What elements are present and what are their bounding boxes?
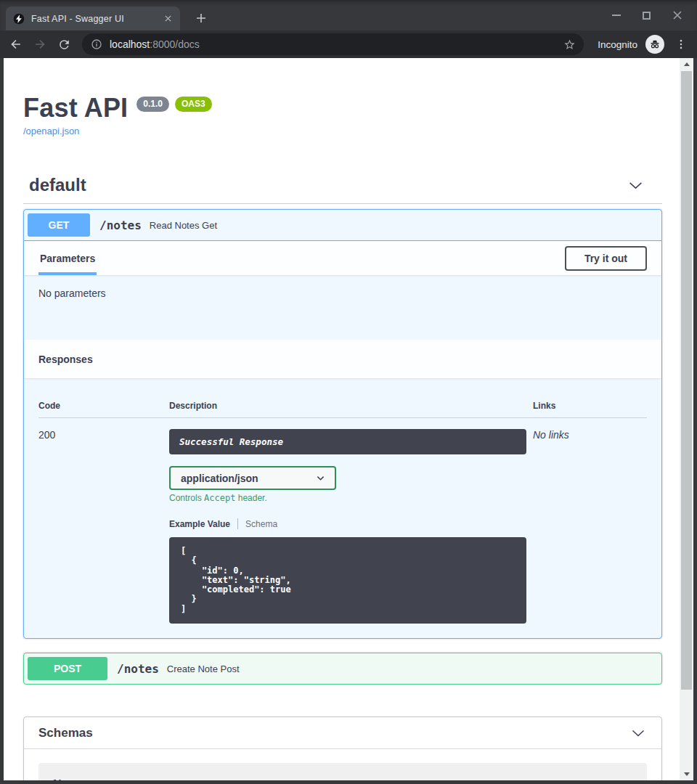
site-info-icon[interactable] — [91, 38, 102, 50]
api-title-row: Fast API 0.1.0 OAS3 — [23, 93, 662, 123]
browser-window: Fast API - Swagger UI — [0, 0, 697, 784]
incognito-label: Incognito — [598, 39, 637, 50]
post-method-badge: POST — [28, 657, 107, 680]
responses-body: Code Description Links 200 Successful Re… — [24, 378, 661, 638]
oas3-badge: OAS3 — [175, 97, 212, 112]
responses-header: Responses — [24, 340, 661, 378]
opblock-summary[interactable]: POST /notes Create Note Post — [24, 653, 661, 684]
column-header-code: Code — [38, 401, 169, 418]
example-json-code: [ { "id": 0, "text": "string", "complete… — [169, 537, 526, 624]
browser-toolbar: localhost:8000/docs Incognito — [0, 30, 697, 58]
column-header-description: Description — [169, 401, 533, 418]
endpoint-path: /notes — [99, 219, 142, 232]
back-icon[interactable] — [6, 34, 26, 54]
column-header-links: Links — [533, 401, 647, 418]
model-name: Note — [53, 778, 79, 780]
page-content: Fast API 0.1.0 OAS3 /openapi.json defaul… — [4, 58, 680, 780]
fastapi-favicon-icon — [13, 13, 25, 25]
incognito-icon — [645, 35, 664, 54]
opblock-post-notes: POST /notes Create Note Post — [23, 653, 662, 685]
schemas-title: Schemas — [38, 726, 93, 740]
parameters-header: Parameters Try it out — [24, 241, 661, 275]
schemas-body: Note — [24, 749, 661, 780]
tab-example-value[interactable]: Example Value — [169, 519, 230, 529]
response-description: Successful Response — [169, 429, 526, 454]
controls-accept-note: Controls Accept header. — [169, 493, 533, 503]
tab-title: Fast API - Swagger UI — [31, 14, 155, 24]
endpoint-summary: Read Notes Get — [150, 220, 217, 231]
responses-table: Code Description Links 200 Successful Re… — [38, 401, 647, 624]
maximize-icon[interactable] — [643, 12, 651, 20]
media-type-value: application/json — [181, 473, 258, 484]
tab-close-icon[interactable] — [161, 12, 174, 25]
chevron-down-icon — [315, 473, 326, 483]
new-tab-button[interactable] — [192, 9, 211, 28]
tab-separator — [237, 518, 238, 529]
browser-tab-bar: Fast API - Swagger UI — [0, 0, 697, 30]
model-container-note[interactable]: Note — [38, 763, 647, 780]
schemas-section: Schemas Note — [23, 716, 662, 780]
page-scrollbar[interactable] — [680, 58, 693, 780]
endpoint-summary: Create Note Post — [167, 663, 240, 674]
response-status-code: 200 — [38, 418, 169, 624]
minimize-icon[interactable] — [612, 15, 621, 16]
scroll-up-icon[interactable] — [680, 58, 693, 70]
get-method-badge: GET — [28, 213, 90, 237]
bookmark-star-icon[interactable] — [563, 38, 576, 51]
schemas-header[interactable]: Schemas — [24, 717, 661, 749]
browser-tab[interactable]: Fast API - Swagger UI — [6, 7, 180, 30]
forward-icon[interactable] — [30, 34, 50, 54]
response-description-cell: Successful Response application/json Con… — [169, 418, 533, 624]
close-icon[interactable] — [672, 10, 682, 20]
no-parameters-text: No parameters — [24, 275, 661, 340]
swagger-ui: Fast API 0.1.0 OAS3 /openapi.json defaul… — [4, 58, 680, 780]
example-schema-tabs: Example Value Schema — [169, 518, 533, 529]
openapi-spec-link[interactable]: /openapi.json — [23, 126, 79, 136]
opblock-get-notes: GET /notes Read Notes Get Parameters Try… — [23, 209, 662, 639]
reload-icon[interactable] — [54, 34, 74, 54]
url-text: localhost:8000/docs — [110, 38, 200, 50]
window-controls — [598, 0, 697, 30]
responses-title: Responses — [38, 354, 93, 365]
api-badges: 0.1.0 OAS3 — [136, 97, 211, 112]
try-it-out-button[interactable]: Try it out — [565, 246, 647, 271]
tab-schema[interactable]: Schema — [245, 519, 277, 529]
page-title: Fast API — [23, 93, 128, 123]
scrollbar-thumb[interactable] — [681, 71, 692, 690]
tag-title: default — [29, 175, 86, 195]
version-badge: 0.1.0 — [136, 97, 169, 112]
media-type-select[interactable]: application/json — [169, 466, 336, 490]
chevron-down-icon — [631, 726, 645, 740]
response-links: No links — [533, 418, 647, 624]
opblock-summary[interactable]: GET /notes Read Notes Get — [24, 210, 661, 241]
tag-section-header[interactable]: default — [23, 175, 662, 204]
menu-kebab-icon[interactable] — [671, 34, 691, 54]
chevron-down-icon — [628, 178, 643, 193]
tab-parameters[interactable]: Parameters — [38, 241, 97, 275]
url-path: :8000/docs — [150, 38, 200, 50]
address-bar[interactable]: localhost:8000/docs — [82, 33, 584, 55]
url-host: localhost — [110, 38, 150, 50]
scroll-down-icon[interactable] — [680, 768, 693, 780]
endpoint-path: /notes — [117, 662, 159, 676]
